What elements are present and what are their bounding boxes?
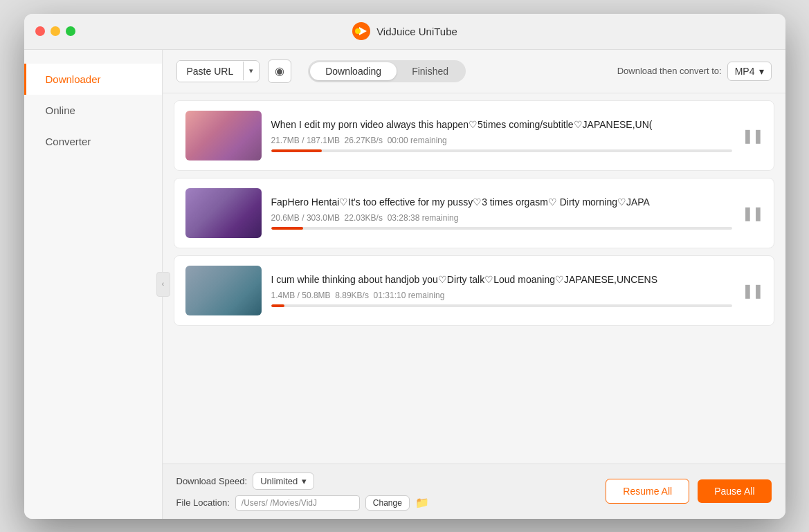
item-info-1: When I edit my porn video always this ha… bbox=[271, 119, 732, 152]
sidebar-item-online[interactable]: Online bbox=[24, 95, 162, 126]
file-path-display: /Users/ /Movies/VidJ bbox=[235, 495, 360, 511]
toolbar: Paste URL ▾ ◉ Downloading Finished Downl… bbox=[163, 50, 785, 93]
paste-url-button[interactable]: Paste URL ▾ bbox=[176, 60, 260, 82]
folder-icon[interactable]: 📁 bbox=[415, 496, 429, 509]
change-button[interactable]: Change bbox=[365, 495, 410, 511]
sidebar-collapse-button[interactable]: ‹ bbox=[156, 272, 170, 297]
tab-toggle: Downloading Finished bbox=[308, 60, 466, 82]
thumbnail-2 bbox=[185, 188, 262, 238]
item-stats-1: 21.7MB / 187.1MB 26.27KB/s 00:00 remaini… bbox=[271, 136, 732, 145]
item-stats-3: 1.4MB / 50.8MB 8.89KB/s 01:31:10 remaini… bbox=[271, 291, 732, 300]
resume-all-button[interactable]: Resume All bbox=[606, 479, 689, 504]
eye-icon: ◉ bbox=[275, 64, 284, 77]
minimize-button[interactable] bbox=[51, 26, 60, 36]
speed-value: Unlimited bbox=[260, 476, 298, 486]
thumbnail-1 bbox=[185, 111, 262, 160]
speed-arrow-icon: ▾ bbox=[302, 476, 307, 486]
speed-select[interactable]: Unlimited ▾ bbox=[253, 473, 314, 490]
item-actions-2: ❚❚ bbox=[742, 205, 763, 221]
pause-all-button[interactable]: Pause All bbox=[698, 479, 771, 503]
item-title-1: When I edit my porn video always this ha… bbox=[271, 119, 732, 130]
format-select[interactable]: MP4 ▾ bbox=[727, 62, 772, 81]
pause-button-3[interactable]: ❚❚ bbox=[742, 282, 763, 299]
convert-to-label: Download then convert to: bbox=[617, 66, 722, 76]
paste-url-label[interactable]: Paste URL bbox=[177, 61, 244, 82]
convert-to-section: Download then convert to: MP4 ▾ bbox=[617, 62, 772, 81]
progress-bar-bg-3 bbox=[271, 304, 732, 307]
paste-url-dropdown-arrow[interactable]: ▾ bbox=[243, 62, 259, 80]
pause-button-1[interactable]: ❚❚ bbox=[742, 127, 763, 144]
maximize-button[interactable] bbox=[66, 26, 75, 36]
progress-bar-fill-3 bbox=[271, 304, 285, 307]
app-window: VidJuice UniTube Downloader Online Conve… bbox=[24, 14, 785, 519]
app-title: VidJuice UniTube bbox=[352, 21, 457, 41]
progress-bar-fill-1 bbox=[271, 149, 322, 152]
format-arrow-icon: ▾ bbox=[759, 66, 764, 77]
format-value: MP4 bbox=[735, 66, 755, 77]
bottom-bar: Download Speed: Unlimited ▾ File Locatio… bbox=[163, 464, 785, 519]
progress-bar-bg-2 bbox=[271, 227, 732, 230]
progress-bar-fill-2 bbox=[271, 227, 304, 230]
sidebar-item-converter[interactable]: Converter bbox=[24, 126, 162, 157]
thumbnail-3 bbox=[185, 266, 262, 315]
tab-downloading[interactable]: Downloading bbox=[310, 62, 397, 80]
pause-button-2[interactable]: ❚❚ bbox=[742, 205, 763, 221]
location-label: File Location: bbox=[176, 497, 230, 508]
item-info-3: I cum while thinking about handjob you♡D… bbox=[271, 274, 732, 307]
app-logo-icon bbox=[352, 21, 371, 41]
titlebar: VidJuice UniTube bbox=[24, 14, 785, 50]
speed-label: Download Speed: bbox=[176, 476, 248, 486]
traffic-lights bbox=[35, 26, 75, 36]
item-title-3: I cum while thinking about handjob you♡D… bbox=[271, 274, 732, 285]
item-actions-3: ❚❚ bbox=[742, 282, 763, 299]
item-actions-1: ❚❚ bbox=[742, 127, 763, 144]
main-content: Downloader Online Converter ‹ Paste URL … bbox=[24, 50, 785, 519]
sidebar-item-downloader[interactable]: Downloader bbox=[24, 64, 162, 95]
sidebar: Downloader Online Converter ‹ bbox=[24, 50, 163, 519]
item-stats-2: 20.6MB / 303.0MB 22.03KB/s 03:28:38 rema… bbox=[271, 213, 732, 223]
download-item: FapHero Hentai♡It's too effective for my… bbox=[174, 178, 774, 248]
location-row: File Location: /Users/ /Movies/VidJ Chan… bbox=[176, 495, 606, 511]
speed-row: Download Speed: Unlimited ▾ bbox=[176, 473, 606, 490]
download-item: I cum while thinking about handjob you♡D… bbox=[174, 255, 774, 326]
app-title-text: VidJuice UniTube bbox=[376, 26, 457, 37]
bottom-left: Download Speed: Unlimited ▾ File Locatio… bbox=[176, 473, 606, 511]
tab-finished[interactable]: Finished bbox=[397, 62, 464, 80]
content-area: Paste URL ▾ ◉ Downloading Finished Downl… bbox=[163, 50, 785, 519]
svg-point-2 bbox=[355, 28, 361, 34]
progress-bar-bg-1 bbox=[271, 149, 732, 152]
close-button[interactable] bbox=[35, 26, 45, 36]
item-info-2: FapHero Hentai♡It's too effective for my… bbox=[271, 196, 732, 230]
download-list: When I edit my porn video always this ha… bbox=[163, 93, 785, 464]
download-item: When I edit my porn video always this ha… bbox=[174, 100, 774, 171]
item-title-2: FapHero Hentai♡It's too effective for my… bbox=[271, 196, 732, 208]
eye-button[interactable]: ◉ bbox=[268, 59, 291, 83]
bottom-actions: Resume All Pause All bbox=[606, 479, 771, 504]
